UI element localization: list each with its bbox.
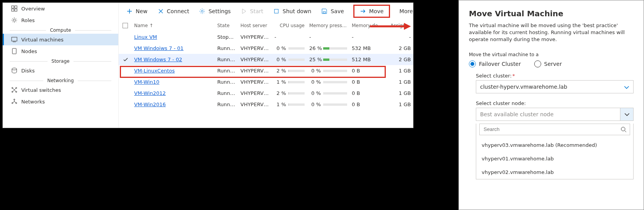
select-all-header[interactable] xyxy=(119,20,132,31)
sidebar-item-virtual-machines[interactable]: Virtual machines xyxy=(3,34,118,45)
col-cpu[interactable]: CPU usage xyxy=(272,20,307,31)
radio-server[interactable]: Server xyxy=(534,60,562,67)
vm-name-cell: VM-Win2016 xyxy=(132,99,215,110)
sidebar-item-overview[interactable]: Overview xyxy=(3,3,118,14)
chevron-down-icon xyxy=(624,111,630,118)
new-button[interactable]: New xyxy=(126,7,148,15)
usage-bar xyxy=(323,92,347,95)
assigned-cell: - xyxy=(388,31,413,43)
sidebar-label: Virtual switches xyxy=(21,87,61,93)
move-button[interactable]: Move xyxy=(353,5,390,18)
node-icon xyxy=(11,48,17,54)
settings-button[interactable]: Settings xyxy=(198,7,231,15)
row-checkmark-cell[interactable] xyxy=(119,99,132,110)
svg-rect-1 xyxy=(15,6,17,8)
table-row[interactable]: VM Windoiws 7 - 01RunningVHYPERV020 %26 … xyxy=(119,43,413,54)
usage-bar xyxy=(288,103,305,106)
col-name[interactable]: Name ↑ xyxy=(132,20,215,31)
search-icon xyxy=(620,126,627,133)
memory-pressure-cell: - xyxy=(307,31,349,43)
node-option[interactable]: vhyperv02.vmwarehome.lab xyxy=(476,165,633,179)
chevron-down-icon xyxy=(623,84,630,91)
col-memd[interactable]: Memory demand xyxy=(349,20,388,31)
cluster-dropdown[interactable]: cluster-hyperv.vmwarehome.lab xyxy=(476,80,634,93)
gear-icon xyxy=(199,8,205,14)
svg-rect-7 xyxy=(12,48,16,54)
vm-name-cell: VM-Win2012 xyxy=(132,88,215,99)
row-checkmark-cell[interactable] xyxy=(119,31,132,43)
stop-icon xyxy=(273,8,279,14)
node-dropdown[interactable]: Best available cluster node vhyperv03.vm… xyxy=(476,108,634,179)
move-vm-panel: Move Virtual Machine The virtual machine… xyxy=(458,0,644,210)
vm-name-cell: VM Windows 7 - 02 xyxy=(132,54,215,65)
more-button[interactable]: More ⋯ xyxy=(399,7,413,15)
sidebar-item-networks[interactable]: Networks xyxy=(3,96,118,107)
vm-name-cell: VM-Win10 xyxy=(132,76,215,88)
svg-rect-0 xyxy=(12,6,14,8)
vm-name-link[interactable]: VM Windows 7 - 02 xyxy=(134,57,182,62)
col-assigned[interactable]: Assigned xyxy=(388,20,413,31)
vm-name-link[interactable]: Linux VM xyxy=(134,34,157,40)
node-option[interactable]: vhyperv03.vmwarehome.lab (Recommended) xyxy=(476,138,633,152)
memory-demand-cell: - xyxy=(349,31,388,43)
node-search[interactable] xyxy=(479,124,630,135)
vm-host-cell: VHYPERV02 xyxy=(238,76,272,88)
vm-name-link[interactable]: VM-Win2012 xyxy=(134,90,166,96)
sidebar-group-networking: Networking xyxy=(3,78,118,83)
vm-name-cell: VM Windoiws 7 - 01 xyxy=(132,43,215,54)
row-checkmark-cell[interactable] xyxy=(119,88,132,99)
connect-button[interactable]: Connect xyxy=(157,7,190,15)
sidebar-group-compute: Compute xyxy=(3,28,118,33)
vm-name-link[interactable]: VM-Win2016 xyxy=(134,102,166,107)
panel-description: The virtual machine will be moved using … xyxy=(469,22,634,43)
row-checkmark-cell[interactable] xyxy=(119,65,132,76)
radio-failover-cluster[interactable]: Failover Cluster xyxy=(469,60,521,67)
sidebar-item-disks[interactable]: Disks xyxy=(3,65,118,76)
cpu-usage-cell: 2 % xyxy=(272,65,307,76)
memory-pressure-cell: 0 % xyxy=(307,88,349,99)
vm-name-link[interactable]: VM Windoiws 7 - 01 xyxy=(134,45,184,51)
col-memp[interactable]: Memory pressure xyxy=(307,20,349,31)
move-to-label: Move the virtual machine to a xyxy=(469,52,634,57)
memory-pressure-cell: 25 % xyxy=(307,54,349,65)
col-state[interactable]: State xyxy=(215,20,238,31)
table-row[interactable]: VM-Win10RunningVHYPERV021 %0 %0 B1 GB xyxy=(119,76,413,88)
col-host[interactable]: Host server xyxy=(238,20,272,31)
vm-name-link[interactable]: VM-LinuxCentos xyxy=(134,68,175,74)
save-button[interactable]: Save xyxy=(320,7,344,15)
table-row[interactable]: VM-Win2016RunningVHYPERV011 %0 %0 B1 GB xyxy=(119,99,413,110)
table-row[interactable]: VM-Win2012RunningVHYPERV012 %0 %0 B1 GB xyxy=(119,88,413,99)
table-header-row: Name ↑ State Host server CPU usage Memor… xyxy=(119,20,413,31)
sidebar-item-nodes[interactable]: Nodes xyxy=(3,45,118,57)
vm-icon xyxy=(11,36,17,43)
svg-line-20 xyxy=(625,131,626,132)
row-checkmark-cell[interactable] xyxy=(119,76,132,88)
memory-demand-cell: 532 MB xyxy=(349,43,388,54)
memory-pressure-cell: 0 % xyxy=(307,65,349,76)
shutdown-button[interactable]: Shut down xyxy=(273,7,312,15)
table-row[interactable]: VM Windows 7 - 02RunningVHYPERV030 %25 %… xyxy=(119,54,413,65)
sidebar-item-virtual-switches[interactable]: Virtual switches xyxy=(3,84,118,96)
table-row[interactable]: VM-LinuxCentosRunningVHYPERV012 %0 %0 B1… xyxy=(119,65,413,76)
vm-state-cell: Running xyxy=(215,88,238,99)
start-button[interactable]: Start xyxy=(240,7,264,15)
usage-bar xyxy=(288,70,305,72)
assigned-cell: 1 GB xyxy=(388,88,413,99)
svg-rect-5 xyxy=(12,37,17,41)
vm-state-cell: Running xyxy=(215,54,238,65)
node-option[interactable]: vhyperv01.vmwarehome.lab xyxy=(476,152,633,165)
vm-table: Name ↑ State Host server CPU usage Memor… xyxy=(119,20,413,128)
vm-name-link[interactable]: VM-Win10 xyxy=(134,79,159,85)
sort-asc-icon: ↑ xyxy=(149,23,153,28)
svg-rect-2 xyxy=(12,9,14,11)
row-checkmark-cell[interactable] xyxy=(119,43,132,54)
node-placeholder: Best available cluster node xyxy=(480,111,554,117)
sidebar-item-roles[interactable]: Roles xyxy=(3,14,118,26)
node-search-input[interactable] xyxy=(483,126,620,133)
row-checkmark-cell[interactable] xyxy=(119,54,132,65)
memory-pressure-cell: 26 % xyxy=(307,43,349,54)
svg-point-8 xyxy=(12,68,17,70)
assigned-cell: 1 GB xyxy=(388,65,413,76)
table-row[interactable]: Linux VMStoppedVHYPERV01---- xyxy=(119,31,413,43)
assigned-cell: 1 GB xyxy=(388,76,413,88)
